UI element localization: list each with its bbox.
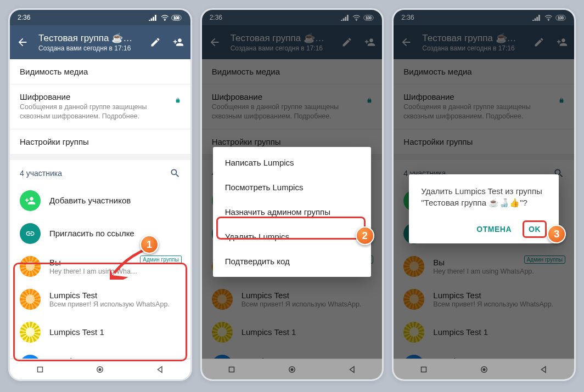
svg-point-5 [99,368,102,371]
participants-header: 4 участника [10,160,190,184]
step-badge-2: 2 [356,226,374,245]
media-visibility-row[interactable]: Видимость медиа [10,59,190,84]
wifi-icon [161,15,169,21]
svg-point-0 [164,19,165,20]
search-icon[interactable] [170,168,181,179]
confirm-dialog: Удалить Lumpics Test из группы "Тестовая… [409,174,559,243]
dialog-message: Удалить Lumpics Test из группы "Тестовая… [421,185,547,208]
phone-screen-3: 2:36 100 Тестовая группа ☕… Создана вами… [392,8,576,381]
avatar [20,355,41,359]
status-bar: 2:36 100 [10,10,190,25]
encryption-row[interactable]: Шифрование Сообщения в данной группе защ… [10,84,190,129]
edit-icon[interactable] [150,37,161,48]
nav-back-icon[interactable] [155,365,165,374]
group-title: Тестовая группа ☕… [38,32,150,44]
participant-count: 4 участника [20,169,62,178]
step-badge-1: 1 [140,235,159,254]
menu-view[interactable]: Посмотреть Lumpics [213,175,372,200]
svg-text:100: 100 [173,15,179,19]
svg-rect-3 [37,367,42,372]
nav-recents-icon[interactable] [35,365,45,374]
header-text: Тестовая группа ☕… Создана вами сегодня … [38,32,150,52]
menu-remove[interactable]: Удалить Lumpics [213,224,372,249]
ok-button[interactable]: OK [523,220,547,238]
add-member-icon[interactable] [173,37,184,48]
back-arrow-icon[interactable] [16,36,29,48]
phone-screen-1: 2:36 100 Тестовая группа ☕… Создана вами… [8,8,192,381]
member-lumpics-test-4[interactable]: Lumpics Test 4 Hey there! I am using Wha… [10,349,190,359]
avatar [20,322,41,343]
member-lumpics-test-1[interactable]: Lumpics Test 1 [10,316,190,349]
menu-verify[interactable]: Подтвердить код [213,249,372,274]
status-icons: 100 [149,15,183,21]
group-settings-row[interactable]: Настройки группы [10,129,190,155]
group-subtitle: Создана вами сегодня в 17:16 [38,44,150,52]
invite-link-row[interactable]: Пригласить по ссылке [10,217,190,250]
lock-icon [175,95,181,105]
avatar [20,256,41,277]
avatar [20,289,41,310]
signal-icon [149,15,158,21]
admin-badge: Админ группы [140,255,181,264]
cancel-button[interactable]: ОТМЕНА [471,220,517,238]
battery-icon: 100 [171,15,182,21]
menu-make-admin[interactable]: Назначить админом группы [213,200,372,224]
status-time: 2:36 [18,14,30,21]
member-you[interactable]: Вы Hey there! I am using Wha… Админ груп… [10,250,190,283]
add-icon [20,190,41,211]
content-area: Видимость медиа Шифрование Сообщения в д… [10,59,190,359]
nav-bar [10,359,190,379]
menu-write[interactable]: Написать Lumpics [213,150,372,175]
context-menu: Написать Lumpics Посмотреть Lumpics Назн… [213,147,372,277]
link-icon [20,223,41,244]
member-lumpics-test[interactable]: Lumpics Test Всем привет! Я использую Wh… [10,283,190,316]
add-participants-row[interactable]: Добавить участников [10,184,190,217]
app-header: Тестовая группа ☕… Создана вами сегодня … [10,25,190,59]
phone-screen-2: 2:36 100 Тестовая группа ☕… Создана вами… [200,8,384,381]
nav-home-icon[interactable] [95,365,105,374]
